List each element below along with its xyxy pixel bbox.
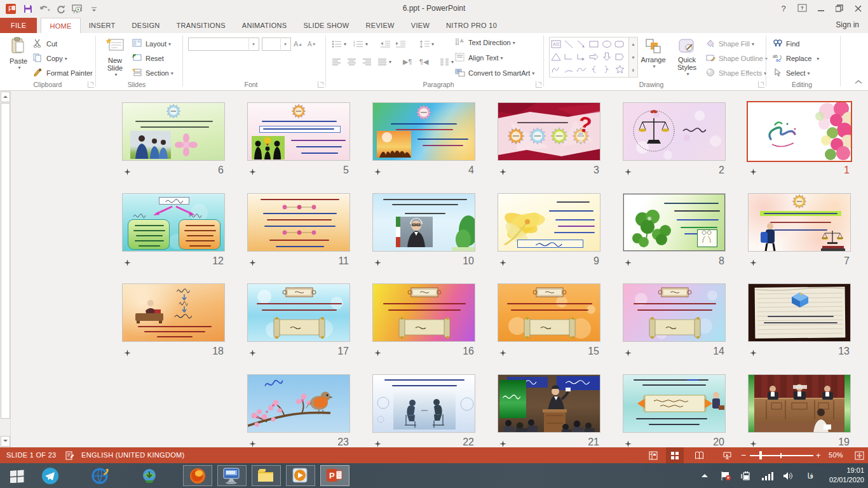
zoom-in-button[interactable]: + xyxy=(816,451,821,460)
ribbon-display-options-button[interactable] xyxy=(793,0,812,17)
decrease-font-button[interactable]: A▼ xyxy=(308,37,316,51)
tab-design[interactable]: DESIGN xyxy=(124,18,168,33)
minimize-button[interactable] xyxy=(811,0,831,17)
powerpoint-taskbar-icon[interactable]: P xyxy=(320,465,349,486)
font-name-combo[interactable]: ▾ xyxy=(188,37,259,51)
volume-icon[interactable] xyxy=(783,463,793,488)
line-spacing-button[interactable]: ▾ xyxy=(419,37,434,51)
ltr-button[interactable]: ▶¶ xyxy=(403,55,412,69)
layout-button[interactable]: Layout▾ xyxy=(132,37,171,51)
align-text-button[interactable]: Align Text▾ xyxy=(455,51,503,65)
language-indicator[interactable]: ENGLISH (UNITED KINGDOM) xyxy=(81,451,184,459)
reset-button[interactable]: Reset xyxy=(132,51,164,65)
file-explorer-icon[interactable] xyxy=(252,465,281,486)
section-button[interactable]: Section▾ xyxy=(132,66,173,80)
spell-check-icon[interactable] xyxy=(61,447,79,463)
tab-insert[interactable]: INSERT xyxy=(81,18,124,33)
slide-thumbnail-15[interactable] xyxy=(498,283,600,342)
restore-button[interactable] xyxy=(830,0,849,17)
network-icon[interactable] xyxy=(761,463,774,488)
scroll-down-button[interactable] xyxy=(1,436,10,447)
replace-button[interactable]: abac Replace▾ xyxy=(773,51,819,65)
shapes-gallery[interactable]: A xyxy=(549,37,629,78)
fit-to-window-button[interactable] xyxy=(850,447,868,463)
rtl-button[interactable]: ¶◀ xyxy=(419,55,428,69)
convert-smartart-button[interactable]: Convert to SmartArt▾ xyxy=(455,66,534,80)
shape-fill-button[interactable]: Shape Fill▾ xyxy=(705,37,754,51)
slide-thumbnail-11[interactable] xyxy=(247,193,350,252)
help-button[interactable]: ? xyxy=(774,0,793,17)
slide-thumbnail-17[interactable] xyxy=(247,283,350,342)
slide-thumbnail-4[interactable] xyxy=(372,102,475,161)
slide-thumbnail-7[interactable] xyxy=(748,193,851,252)
copy-button[interactable]: Copy▾ xyxy=(33,51,67,65)
slide-thumbnail-12[interactable] xyxy=(122,193,225,252)
tab-slideshow[interactable]: SLIDE SHOW xyxy=(295,18,357,33)
slide-thumbnail-22[interactable] xyxy=(372,374,475,433)
slide-thumbnail-10[interactable] xyxy=(372,193,475,252)
shape-outline-button[interactable]: Shape Outline▾ xyxy=(705,51,768,65)
tab-transitions[interactable]: TRANSITIONS xyxy=(168,18,234,33)
close-button[interactable] xyxy=(848,0,867,17)
zoom-out-button[interactable]: − xyxy=(741,450,746,460)
remote-keyboard-icon[interactable] xyxy=(217,465,247,486)
slide-sorter-view-button[interactable] xyxy=(666,447,684,463)
tab-animations[interactable]: ANIMATIONS xyxy=(234,18,295,33)
slide-thumbnail-8[interactable] xyxy=(623,193,726,252)
scrollbar-thumb[interactable] xyxy=(1,103,10,419)
internet-explorer-icon[interactable] xyxy=(85,465,114,486)
find-button[interactable]: Find xyxy=(773,37,799,51)
slide-thumbnail-2[interactable] xyxy=(623,102,726,161)
format-painter-button[interactable]: Format Painter xyxy=(33,66,93,80)
collapse-ribbon-button[interactable] xyxy=(855,75,862,89)
scroll-up-button[interactable] xyxy=(1,92,10,102)
slide-thumbnail-21[interactable] xyxy=(498,374,600,433)
vertical-scrollbar[interactable] xyxy=(0,91,11,447)
bullets-button[interactable]: ▾ xyxy=(332,37,346,51)
slide-thumbnail-14[interactable] xyxy=(623,283,726,342)
font-size-combo[interactable]: ▾ xyxy=(262,37,291,51)
slide-thumbnail-13[interactable] xyxy=(748,283,851,342)
firefox-icon[interactable] xyxy=(183,465,212,486)
drawing-dialog-launcher[interactable] xyxy=(758,81,764,88)
tab-review[interactable]: REVIEW xyxy=(358,18,403,33)
justify-button[interactable]: ▾ xyxy=(377,55,391,69)
slide-thumbnail-18[interactable] xyxy=(122,283,225,342)
paste-button[interactable]: Paste▾ xyxy=(5,36,32,86)
tab-nitro[interactable]: NITRO PRO 10 xyxy=(438,18,505,33)
quick-styles-button[interactable]: Quick Styles▾ xyxy=(671,36,703,86)
align-center-button[interactable] xyxy=(347,55,356,69)
slide-thumbnail-9[interactable] xyxy=(498,193,600,252)
shape-effects-button[interactable]: Shape Effects▾ xyxy=(705,66,766,80)
action-center-icon[interactable] xyxy=(721,463,731,488)
clipboard-dialog-launcher[interactable] xyxy=(88,81,94,88)
zoom-slider-thumb[interactable] xyxy=(759,451,762,459)
cut-button[interactable]: Cut xyxy=(33,37,57,51)
increase-indent-button[interactable] xyxy=(395,37,405,51)
battery-icon[interactable] xyxy=(741,463,752,488)
reading-view-button[interactable] xyxy=(690,447,708,463)
normal-view-button[interactable] xyxy=(644,447,662,463)
slide-thumbnail-6[interactable] xyxy=(122,102,225,161)
slide-thumbnail-3[interactable]: ? xyxy=(498,102,600,161)
slide-thumbnail-20[interactable] xyxy=(623,374,726,433)
sign-in-link[interactable]: Sign in xyxy=(836,20,859,29)
zoom-level[interactable]: 50% xyxy=(829,451,843,459)
text-direction-button[interactable]: A Text Direction▾ xyxy=(455,36,515,50)
font-dialog-launcher[interactable] xyxy=(318,81,324,88)
slide-thumbnail-16[interactable] xyxy=(372,283,475,342)
media-player-icon[interactable] xyxy=(286,465,315,486)
clock[interactable]: 19:01 02/01/2020 xyxy=(829,466,864,485)
idm-icon[interactable] xyxy=(135,465,164,486)
increase-font-button[interactable]: A▲ xyxy=(294,37,302,51)
tray-expand-icon[interactable] xyxy=(702,463,708,488)
align-left-button[interactable] xyxy=(332,55,341,69)
slide-thumbnail-23[interactable] xyxy=(247,374,350,433)
slide-thumbnail-19[interactable] xyxy=(748,374,851,433)
select-button[interactable]: Select▾ xyxy=(773,66,810,80)
slideshow-view-button[interactable] xyxy=(718,447,736,463)
tab-view[interactable]: VIEW xyxy=(403,18,438,33)
tab-home[interactable]: HOME xyxy=(41,18,80,33)
telegram-icon[interactable] xyxy=(36,465,65,486)
columns-button[interactable]: ▾ xyxy=(440,55,454,69)
